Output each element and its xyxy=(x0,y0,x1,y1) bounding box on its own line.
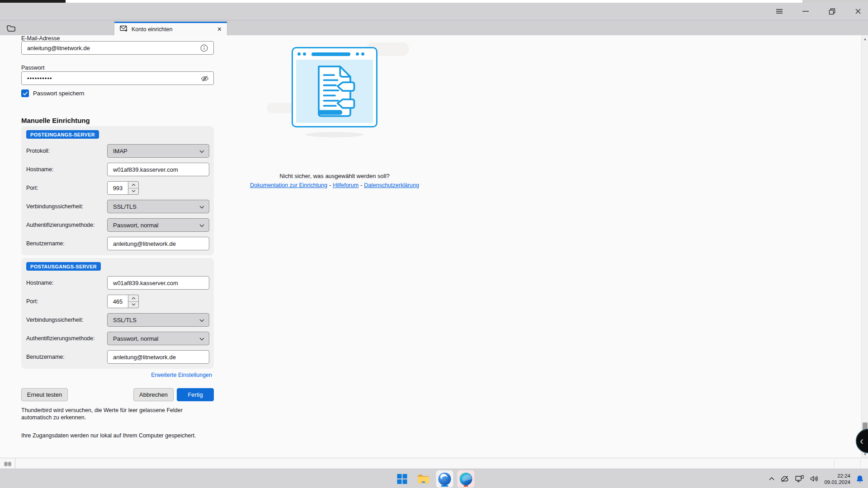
password-label: Passwort xyxy=(21,65,44,71)
outgoing-security-select[interactable]: SSL/TLS xyxy=(107,313,209,327)
incoming-security-select[interactable]: SSL/TLS xyxy=(107,200,209,213)
notification-bell-icon[interactable] xyxy=(856,475,863,483)
cancel-button[interactable]: Abbrechen xyxy=(133,388,174,401)
window-controls xyxy=(773,3,864,20)
screen: Konto einrichten × E-Mail-Adresse Passwo… xyxy=(0,0,868,488)
thunderbird-button[interactable] xyxy=(436,470,453,488)
active-indicator xyxy=(464,485,468,487)
account-form: E-Mail-Adresse Passwort Passwort speiche… xyxy=(21,35,214,455)
spin-down-icon[interactable] xyxy=(128,188,138,195)
tab-close-icon[interactable]: × xyxy=(217,26,222,33)
manual-setup-heading: Manuelle Einrichtung xyxy=(21,117,90,124)
folder-icon[interactable] xyxy=(5,24,16,33)
outgoing-server-section: POSTAUSGANGS-SERVER Hostname: Port: xyxy=(21,258,214,369)
help-panel: Nicht sicher, was ausgewählt werden soll… xyxy=(217,35,452,188)
field-label: Port: xyxy=(26,298,107,305)
autodetect-note: Thunderbird wird versuchen, die Werte fü… xyxy=(21,407,213,421)
field-label: Hostname: xyxy=(26,280,107,286)
port-row: Port: xyxy=(26,181,209,195)
privacy-link[interactable]: Datenschutzerklärung xyxy=(364,182,419,188)
field-label: Verbindungssicherheit: xyxy=(26,203,107,210)
edge-button[interactable] xyxy=(458,470,475,488)
protocol-select[interactable]: IMAP xyxy=(107,144,209,158)
tab-bar: Konto einrichten × xyxy=(0,20,868,35)
help-question: Nicht sicher, was ausgewählt werden soll… xyxy=(217,173,452,179)
incoming-auth-select[interactable]: Passwort, normal xyxy=(107,218,209,232)
field-label: Authentifizierungsmethode: xyxy=(26,335,107,342)
spin-down-icon[interactable] xyxy=(128,302,138,308)
forum-link[interactable]: Hilfeforum xyxy=(333,182,359,188)
scroll-up-icon[interactable]: ▲ xyxy=(862,37,868,41)
username-row: Benutzername: xyxy=(26,237,209,250)
status-bar: ((o)) xyxy=(0,458,868,469)
auth-row: Authentifizierungsmethode: Passwort, nor… xyxy=(26,218,209,232)
onedrive-offline-icon[interactable] xyxy=(780,475,789,483)
incoming-username-input[interactable] xyxy=(107,237,209,250)
outgoing-auth-select[interactable]: Passwort, normal xyxy=(107,332,209,345)
protocol-row: Protokoll: IMAP xyxy=(26,144,209,158)
link-separator: - xyxy=(327,182,333,188)
start-button[interactable] xyxy=(394,470,411,488)
incoming-hostname-input[interactable] xyxy=(107,163,209,176)
field-label: Benutzername: xyxy=(26,240,107,247)
advanced-settings-link[interactable]: Erweiterte Einstellungen xyxy=(151,372,212,378)
field-label: Authentifizierungsmethode: xyxy=(26,222,107,228)
thunderbird-icon xyxy=(439,473,451,485)
outgoing-port-input[interactable] xyxy=(107,295,128,308)
field-label: Verbindungssicherheit: xyxy=(26,317,107,323)
windows-logo-icon xyxy=(397,474,407,484)
outgoing-hostname-input[interactable] xyxy=(107,276,209,290)
email-label: E-Mail-Adresse xyxy=(21,35,60,42)
help-links: Dokumentation zur Einrichtung-Hilfeforum… xyxy=(217,182,452,188)
clock-time: 22:24 xyxy=(824,473,850,479)
clock[interactable]: 22:24 09.01.2024 xyxy=(824,473,850,485)
tab-title: Konto einrichten xyxy=(132,26,213,33)
file-explorer-button[interactable] xyxy=(415,470,432,488)
tab-konto-einrichten[interactable]: Konto einrichten × xyxy=(114,22,227,36)
document-icon xyxy=(296,60,373,123)
retest-button[interactable]: Erneut testen xyxy=(21,388,68,401)
system-tray: 22:24 09.01.2024 xyxy=(769,469,863,488)
select-value: SSL/TLS xyxy=(113,317,137,324)
spin-up-icon[interactable] xyxy=(128,182,138,188)
close-icon[interactable] xyxy=(852,5,864,17)
eye-off-icon[interactable] xyxy=(201,75,209,82)
username-row: Benutzername: xyxy=(26,350,209,364)
incoming-port-input[interactable] xyxy=(107,181,128,195)
outgoing-username-input[interactable] xyxy=(107,350,209,364)
restore-icon[interactable] xyxy=(826,5,838,17)
edge-overlay-button[interactable]: ‹ xyxy=(856,429,868,453)
tray-expand-icon[interactable] xyxy=(769,477,774,480)
broadcast-icon: ((o)) xyxy=(0,458,15,469)
incoming-port-stepper xyxy=(107,181,139,195)
field-label: Protokoll: xyxy=(26,148,107,154)
app-menu-icon[interactable] xyxy=(773,5,786,17)
field-label: Port: xyxy=(26,185,107,191)
select-value: SSL/TLS xyxy=(113,203,137,210)
outgoing-port-stepper xyxy=(107,295,139,308)
status-divider xyxy=(834,459,835,468)
save-password-checkbox[interactable] xyxy=(21,89,29,97)
field-label: Benutzername: xyxy=(26,354,107,360)
password-input[interactable] xyxy=(21,71,214,85)
outgoing-server-badge: POSTAUSGANGS-SERVER xyxy=(26,262,101,271)
clock-date: 09.01.2024 xyxy=(824,479,850,485)
mail-setup-icon xyxy=(120,25,128,34)
auth-row: Authentifizierungsmethode: Passwort, nor… xyxy=(26,332,209,345)
done-button[interactable]: Fertig xyxy=(177,388,214,401)
select-value: IMAP xyxy=(113,148,127,155)
docs-link[interactable]: Dokumentation zur Einrichtung xyxy=(250,182,327,188)
email-input[interactable] xyxy=(21,41,214,55)
volume-icon[interactable] xyxy=(810,475,818,482)
scrollbar[interactable]: ▲ ▼ xyxy=(861,35,868,458)
minimize-icon[interactable] xyxy=(799,5,812,17)
illustration-shadow xyxy=(305,132,364,137)
incoming-server-section: POSTEINGANGS-SERVER Protokoll: IMAP Host… xyxy=(21,126,214,255)
info-icon[interactable] xyxy=(200,44,208,52)
status-divider xyxy=(860,459,861,468)
spin-up-icon[interactable] xyxy=(128,295,138,302)
network-icon[interactable] xyxy=(795,475,804,483)
field-label: Hostname: xyxy=(26,166,107,173)
hostname-row: Hostname: xyxy=(26,163,209,176)
save-password-row: Passwort speichern xyxy=(21,89,84,97)
